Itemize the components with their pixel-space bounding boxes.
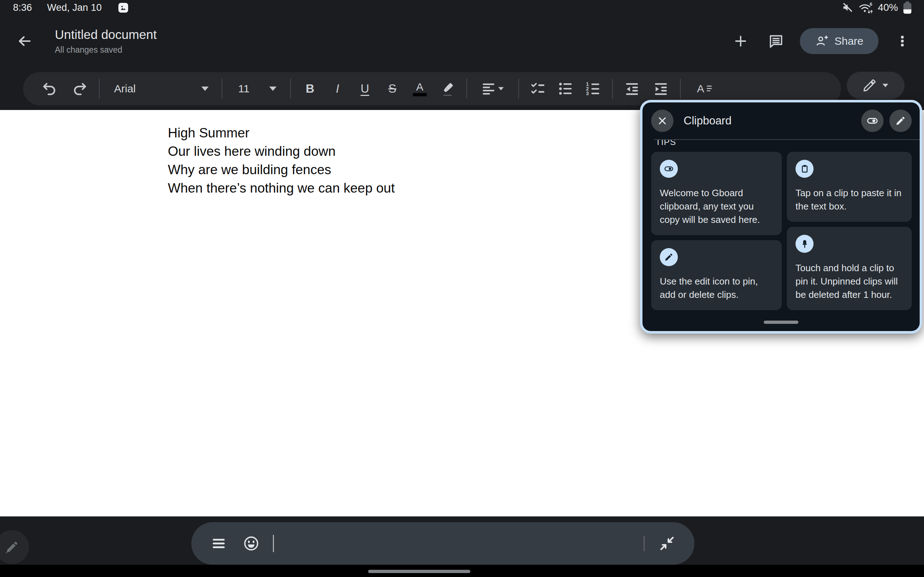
page-title[interactable]: Untitled document [55, 27, 157, 42]
gboard-divider [643, 536, 645, 551]
strikethrough-button[interactable]: S [382, 77, 403, 101]
floating-edit-button[interactable] [0, 530, 29, 564]
indent-increase-icon [653, 81, 669, 97]
undo-icon [41, 81, 58, 97]
tips-section-label: TIPS [656, 140, 676, 148]
add-button[interactable] [729, 29, 752, 53]
close-clipboard-button[interactable] [651, 110, 674, 132]
wifi-icon: 6 [858, 1, 873, 15]
home-indicator[interactable] [368, 570, 470, 573]
keyboard-input-field[interactable] [274, 522, 643, 565]
keyboard-menu-button[interactable] [207, 532, 230, 555]
format-icon: A [697, 82, 713, 95]
comment-icon [768, 33, 784, 49]
status-bar: 8:36 Wed, Jan 10 6 40% [0, 0, 924, 14]
font-size-select[interactable]: 11 [231, 82, 281, 95]
redo-button[interactable] [69, 77, 90, 101]
back-button[interactable] [14, 30, 36, 52]
tip-text: Touch and hold a clip to pin it. Unpinne… [795, 261, 903, 301]
tip-card-pin[interactable]: Touch and hold a clip to pin it. Unpinne… [787, 227, 912, 310]
undo-button[interactable] [39, 77, 60, 101]
mute-icon [842, 2, 853, 13]
plus-icon [733, 34, 748, 49]
collapse-keyboard-button[interactable] [656, 532, 678, 555]
collapse-icon [659, 535, 675, 552]
clipboard-icon [795, 160, 814, 178]
edit-clips-button[interactable] [889, 110, 912, 132]
screen: 8:36 Wed, Jan 10 6 40% [0, 0, 924, 577]
font-family-value: Arial [114, 82, 136, 95]
numbered-list-icon: 1 2 3 [585, 81, 601, 97]
tip-card-paste[interactable]: Tap on a clip to paste it in the text bo… [787, 152, 912, 222]
tip-card-edit[interactable]: Use the edit icon to pin, add or delete … [651, 240, 782, 310]
app-header: Untitled document All changes saved [0, 14, 924, 69]
highlight-button[interactable] [437, 77, 458, 101]
save-status: All changes saved [55, 45, 157, 55]
clipboard-panel: Clipboard TIPS [640, 100, 922, 334]
text-color-icon: A [413, 81, 426, 96]
caret-down-icon [498, 87, 504, 90]
text-format-button[interactable]: A [690, 77, 720, 101]
doc-line: High Summer [168, 124, 395, 142]
numbered-list-button[interactable]: 1 2 3 [583, 77, 604, 101]
navigation-strip [0, 565, 924, 577]
bulleted-list-icon [557, 81, 574, 97]
italic-icon: I [336, 82, 339, 95]
caret-down-icon [882, 84, 888, 87]
pencil-icon [862, 78, 877, 93]
tip-text: Tap on a clip to paste it in the text bo… [795, 187, 903, 213]
align-button[interactable] [476, 77, 510, 101]
emoji-icon [243, 535, 260, 552]
share-button[interactable]: Share [800, 28, 879, 54]
toolbar-divider [518, 79, 519, 99]
person-add-icon [815, 34, 829, 48]
font-size-value: 11 [238, 82, 249, 95]
wifi-6-label: 6 [869, 2, 872, 7]
emoji-button[interactable] [240, 532, 263, 555]
bulleted-list-button[interactable] [555, 77, 576, 101]
toggle-icon [660, 160, 678, 178]
toggle-icon [866, 115, 879, 127]
document-text: High Summer Our lives here winding down … [168, 124, 395, 197]
strikethrough-icon: S [388, 82, 396, 95]
font-family-select[interactable]: Arial [108, 82, 213, 95]
caret-down-icon [269, 87, 276, 91]
clipboard-toggle-button[interactable] [861, 110, 884, 132]
indent-increase-button[interactable] [650, 77, 671, 101]
pen-tool-button[interactable] [847, 72, 905, 99]
bold-button[interactable]: B [300, 77, 320, 101]
doc-line: Our lives here winding down [168, 142, 395, 161]
italic-button[interactable]: I [327, 77, 348, 101]
tip-text: Welcome to Gboard clipboard, any text yo… [660, 187, 773, 226]
doc-line: When there’s nothing we can keep out [168, 179, 395, 197]
menu-icon [211, 535, 227, 551]
toolbar-divider [466, 79, 467, 99]
battery-percentage: 40% [878, 2, 898, 13]
toolbar-divider [290, 79, 291, 99]
panel-drag-handle[interactable] [764, 321, 798, 324]
toolbar-divider [680, 79, 681, 99]
checklist-icon [530, 81, 546, 97]
gboard-toolbar [191, 522, 695, 565]
checklist-button[interactable] [528, 77, 549, 101]
underline-icon: U [360, 82, 369, 95]
photo-icon [120, 5, 126, 11]
underline-button[interactable]: U [354, 77, 375, 101]
indent-decrease-button[interactable] [622, 77, 643, 101]
overflow-menu-button[interactable] [891, 29, 914, 53]
toolbar-divider [612, 79, 613, 99]
document-title-block[interactable]: Untitled document All changes saved [55, 27, 157, 55]
text-color-button[interactable]: A [409, 77, 430, 101]
indent-decrease-icon [624, 81, 640, 97]
svg-text:3: 3 [586, 90, 589, 96]
redo-icon [71, 81, 88, 97]
edit-icon [895, 115, 906, 126]
date: Wed, Jan 10 [47, 2, 102, 13]
share-label: Share [835, 35, 863, 47]
tip-text: Use the edit icon to pin, add or delete … [660, 275, 773, 301]
close-icon [657, 115, 668, 126]
tip-card-welcome[interactable]: Welcome to Gboard clipboard, any text yo… [651, 152, 782, 235]
comments-button[interactable] [764, 29, 788, 53]
clock: 8:36 [13, 2, 32, 13]
kebab-icon [895, 34, 909, 48]
